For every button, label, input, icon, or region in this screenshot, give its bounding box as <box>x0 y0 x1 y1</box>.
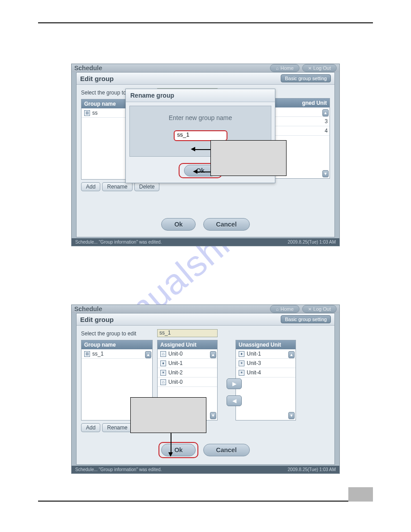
assigned-unit-header: Assigned Unit <box>158 340 217 349</box>
unassigned-unit-header: Unassigned Unit <box>236 340 295 349</box>
close-icon: ✕ <box>308 66 312 71</box>
rename-dialog-title: Rename group <box>126 89 275 102</box>
home-icon: ⌂ <box>276 66 278 71</box>
rename-prompt: Enter new group name <box>133 114 267 121</box>
status-datetime: 2009.8.25(Tue) 1:03 AM <box>288 240 336 245</box>
unit-icon: ✴ <box>160 370 166 376</box>
scroll-up-icon[interactable]: ▲ <box>322 109 329 116</box>
ok-button[interactable]: Ok <box>161 218 196 231</box>
annotation-callout <box>210 140 287 176</box>
ok-button[interactable]: Ok <box>161 444 196 456</box>
close-icon: ✕ <box>308 307 312 312</box>
unassigned-unit-list[interactable]: Unassigned Unit ♦Unit-1 ✴Unit-3 ✴Unit-4 … <box>235 340 296 420</box>
rename-input[interactable]: ss_1 <box>174 130 227 141</box>
list-item[interactable]: ⌂Unit-0 <box>158 378 217 387</box>
unit-icon: ⌂ <box>160 379 166 385</box>
status-message: Schedule... "Group information" was edit… <box>75 467 162 472</box>
selected-group-field: ss_1 <box>157 329 218 337</box>
status-datetime: 2009.8.25(Tue) 1:03 AM <box>288 467 336 472</box>
scroll-up-icon[interactable]: ▲ <box>288 351 295 358</box>
scroll-down-icon[interactable]: ▼ <box>288 412 295 419</box>
home-button[interactable]: ⌂Home <box>270 305 299 313</box>
unit-icon: ⌂ <box>160 351 166 357</box>
logout-button[interactable]: ✕Log Out <box>302 305 337 313</box>
group-name-header: Group name <box>81 340 152 349</box>
home-icon: ⌂ <box>276 307 278 312</box>
group-icon: ⊞ <box>84 351 90 357</box>
annotation-callout <box>130 397 206 433</box>
basic-group-setting-button[interactable]: Basic group setting <box>281 74 331 82</box>
unit-icon: ♦ <box>160 360 166 366</box>
basic-group-setting-button[interactable]: Basic group setting <box>281 315 331 323</box>
unit-icon: ✴ <box>239 370 244 376</box>
app-section-label: Schedule <box>74 305 102 313</box>
list-item[interactable]: ✴Unit-3 <box>236 359 295 368</box>
screenshot-rename-dialog: Schedule ⌂Home ✕Log Out Edit group Basic… <box>71 64 340 246</box>
move-right-button[interactable]: ▶ <box>227 378 242 389</box>
select-group-label: Select the group to edit <box>81 330 136 337</box>
group-icon: ⊞ <box>84 110 90 116</box>
list-item[interactable]: ♦Unit-1 <box>158 359 217 368</box>
screenshot-edit-group: Schedule ⌂Home ✕Log Out Edit group Basic… <box>71 305 340 474</box>
status-message: Schedule... "Group information" was edit… <box>75 240 162 245</box>
scroll-up-icon[interactable]: ▲ <box>145 351 151 358</box>
logout-button[interactable]: ✕Log Out <box>302 64 337 72</box>
scroll-up-icon[interactable]: ▲ <box>210 351 216 358</box>
page-number-box <box>348 487 373 502</box>
assigned-header-fragment: gned Unit <box>275 99 330 107</box>
rename-button[interactable]: Rename <box>102 182 132 191</box>
list-item[interactable]: ♦Unit-1 <box>236 349 295 359</box>
unit-icon: ♦ <box>239 351 244 357</box>
chevron-right-icon: ▶ <box>232 381 236 387</box>
list-item[interactable]: ✴Unit-4 <box>236 368 295 378</box>
app-section-label: Schedule <box>74 64 102 72</box>
list-item[interactable]: ⊞ ss_1 <box>81 349 152 359</box>
list-item[interactable]: ✴Unit-2 <box>158 368 217 378</box>
add-button[interactable]: Add <box>81 182 100 191</box>
list-item[interactable]: ⌂Unit-0 <box>158 349 217 359</box>
rename-button[interactable]: Rename <box>102 423 132 432</box>
home-button[interactable]: ⌂Home <box>270 64 299 72</box>
add-button[interactable]: Add <box>81 423 100 432</box>
panel-title: Edit group <box>80 316 114 323</box>
delete-button[interactable]: Delete <box>134 182 160 191</box>
cancel-button[interactable]: Cancel <box>203 218 250 231</box>
move-left-button[interactable]: ◀ <box>227 395 242 406</box>
cancel-button[interactable]: Cancel <box>203 444 250 456</box>
panel-title: Edit group <box>80 75 114 82</box>
scroll-down-icon[interactable]: ▼ <box>210 412 216 419</box>
unit-icon: ✴ <box>239 360 244 366</box>
scroll-down-icon[interactable]: ▼ <box>322 170 329 177</box>
chevron-left-icon: ◀ <box>232 398 236 404</box>
